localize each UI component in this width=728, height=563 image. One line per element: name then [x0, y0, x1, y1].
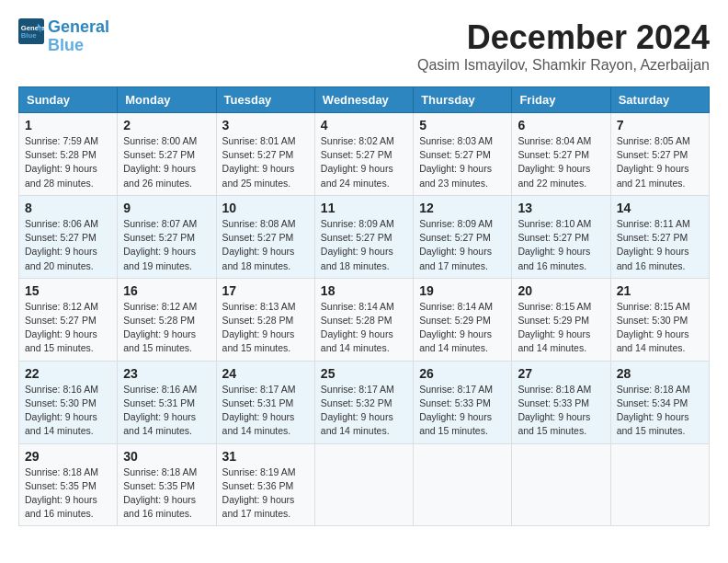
- daylight-label: Daylight: 9 hours and 16 minutes.: [25, 494, 97, 519]
- title-section: December 2024 Qasim Ismayilov, Shamkir R…: [417, 18, 710, 74]
- sunset-label: Sunset: 5:28 PM: [123, 315, 195, 326]
- sunset-label: Sunset: 5:27 PM: [419, 149, 491, 160]
- sunrise-label: Sunrise: 8:13 AM: [222, 301, 296, 312]
- daylight-label: Daylight: 9 hours and 17 minutes.: [419, 246, 492, 270]
- sunrise-label: Sunrise: 8:06 AM: [25, 218, 98, 229]
- table-cell: 24 Sunrise: 8:17 AM Sunset: 5:31 PM Dayl…: [216, 361, 314, 443]
- table-cell: 10 Sunrise: 8:08 AM Sunset: 5:27 PM Dayl…: [216, 195, 314, 278]
- day-info: Sunrise: 8:10 AM Sunset: 5:27 PM Dayligh…: [518, 217, 604, 273]
- sunset-label: Sunset: 5:33 PM: [518, 397, 589, 408]
- day-info: Sunrise: 8:11 AM Sunset: 5:27 PM Dayligh…: [617, 217, 703, 273]
- sunrise-label: Sunrise: 8:18 AM: [25, 466, 98, 477]
- table-cell: 17 Sunrise: 8:13 AM Sunset: 5:28 PM Dayl…: [216, 278, 314, 361]
- sunset-label: Sunset: 5:27 PM: [617, 232, 688, 243]
- table-cell: 18 Sunrise: 8:14 AM Sunset: 5:28 PM Dayl…: [314, 278, 413, 361]
- col-tuesday: Tuesday: [216, 87, 314, 113]
- day-number: 26: [419, 366, 506, 381]
- day-info: Sunrise: 8:18 AM Sunset: 5:34 PM Dayligh…: [617, 383, 703, 439]
- day-info: Sunrise: 8:17 AM Sunset: 5:31 PM Dayligh…: [222, 383, 309, 439]
- table-cell: [414, 443, 512, 526]
- sunset-label: Sunset: 5:28 PM: [222, 315, 294, 326]
- table-cell: 7 Sunrise: 8:05 AM Sunset: 5:27 PM Dayli…: [610, 113, 709, 196]
- main-title: December 2024: [417, 18, 710, 57]
- sunrise-label: Sunrise: 8:18 AM: [123, 466, 197, 477]
- sunrise-label: Sunrise: 8:02 AM: [321, 135, 394, 146]
- day-number: 7: [617, 118, 703, 132]
- daylight-label: Daylight: 9 hours and 22 minutes.: [518, 163, 590, 188]
- sunrise-label: Sunrise: 8:18 AM: [617, 384, 690, 395]
- sunset-label: Sunset: 5:35 PM: [123, 480, 195, 491]
- day-number: 29: [25, 449, 111, 464]
- day-number: 3: [222, 118, 309, 132]
- table-cell: 26 Sunrise: 8:17 AM Sunset: 5:33 PM Dayl…: [414, 361, 512, 443]
- col-monday: Monday: [118, 87, 216, 113]
- daylight-label: Daylight: 9 hours and 21 minutes.: [617, 163, 689, 188]
- day-info: Sunrise: 8:02 AM Sunset: 5:27 PM Dayligh…: [321, 134, 407, 190]
- sunset-label: Sunset: 5:27 PM: [518, 149, 589, 160]
- sunrise-label: Sunrise: 8:14 AM: [321, 301, 394, 312]
- table-cell: 12 Sunrise: 8:09 AM Sunset: 5:27 PM Dayl…: [414, 195, 512, 278]
- daylight-label: Daylight: 9 hours and 26 minutes.: [123, 163, 196, 188]
- day-number: 2: [123, 118, 210, 132]
- day-number: 19: [419, 283, 506, 298]
- day-number: 12: [419, 201, 506, 215]
- table-cell: 30 Sunrise: 8:18 AM Sunset: 5:35 PM Dayl…: [118, 443, 216, 526]
- day-number: 15: [25, 283, 111, 298]
- sunset-label: Sunset: 5:36 PM: [222, 480, 294, 491]
- sunset-label: Sunset: 5:33 PM: [419, 397, 491, 408]
- day-info: Sunrise: 8:18 AM Sunset: 5:35 PM Dayligh…: [123, 465, 210, 522]
- sunrise-label: Sunrise: 8:05 AM: [617, 135, 690, 146]
- day-number: 8: [25, 201, 111, 215]
- sunset-label: Sunset: 5:28 PM: [25, 149, 97, 160]
- day-number: 14: [617, 201, 703, 215]
- svg-text:Blue: Blue: [21, 31, 37, 40]
- day-number: 17: [222, 283, 309, 298]
- sunset-label: Sunset: 5:27 PM: [25, 315, 97, 326]
- table-cell: 3 Sunrise: 8:01 AM Sunset: 5:27 PM Dayli…: [216, 113, 314, 196]
- daylight-label: Daylight: 9 hours and 16 minutes.: [123, 494, 196, 519]
- table-cell: 13 Sunrise: 8:10 AM Sunset: 5:27 PM Dayl…: [512, 195, 610, 278]
- table-cell: 21 Sunrise: 8:15 AM Sunset: 5:30 PM Dayl…: [610, 278, 709, 361]
- sunrise-label: Sunrise: 8:15 AM: [518, 301, 591, 312]
- table-cell: 27 Sunrise: 8:18 AM Sunset: 5:33 PM Dayl…: [512, 361, 610, 443]
- table-cell: 1 Sunrise: 7:59 AM Sunset: 5:28 PM Dayli…: [19, 113, 118, 196]
- daylight-label: Daylight: 9 hours and 14 minutes.: [25, 411, 97, 436]
- day-number: 23: [123, 366, 210, 381]
- daylight-label: Daylight: 9 hours and 15 minutes.: [25, 328, 97, 353]
- sunrise-label: Sunrise: 8:16 AM: [123, 384, 197, 395]
- day-number: 28: [617, 366, 703, 381]
- day-info: Sunrise: 8:15 AM Sunset: 5:30 PM Dayligh…: [617, 300, 703, 356]
- daylight-label: Daylight: 9 hours and 14 minutes.: [321, 328, 393, 353]
- sunrise-label: Sunrise: 8:04 AM: [518, 135, 591, 146]
- sunrise-label: Sunrise: 8:03 AM: [419, 135, 493, 146]
- table-cell: 23 Sunrise: 8:16 AM Sunset: 5:31 PM Dayl…: [118, 361, 216, 443]
- daylight-label: Daylight: 9 hours and 14 minutes.: [321, 411, 393, 436]
- table-cell: 6 Sunrise: 8:04 AM Sunset: 5:27 PM Dayli…: [512, 113, 610, 196]
- col-friday: Friday: [512, 87, 610, 113]
- day-info: Sunrise: 8:17 AM Sunset: 5:33 PM Dayligh…: [419, 383, 506, 439]
- sunrise-label: Sunrise: 8:12 AM: [25, 301, 98, 312]
- table-cell: [512, 443, 610, 526]
- table-cell: 2 Sunrise: 8:00 AM Sunset: 5:27 PM Dayli…: [118, 113, 216, 196]
- sunset-label: Sunset: 5:31 PM: [123, 397, 195, 408]
- day-number: 31: [222, 449, 309, 464]
- sunset-label: Sunset: 5:29 PM: [419, 315, 491, 326]
- day-info: Sunrise: 7:59 AM Sunset: 5:28 PM Dayligh…: [25, 134, 111, 190]
- day-info: Sunrise: 8:01 AM Sunset: 5:27 PM Dayligh…: [222, 134, 309, 190]
- table-cell: [610, 443, 709, 526]
- daylight-label: Daylight: 9 hours and 14 minutes.: [518, 328, 590, 353]
- table-cell: 16 Sunrise: 8:12 AM Sunset: 5:28 PM Dayl…: [118, 278, 216, 361]
- sunrise-label: Sunrise: 8:00 AM: [123, 135, 197, 146]
- day-info: Sunrise: 8:17 AM Sunset: 5:32 PM Dayligh…: [321, 383, 407, 439]
- table-cell: 15 Sunrise: 8:12 AM Sunset: 5:27 PM Dayl…: [19, 278, 118, 361]
- day-number: 4: [321, 118, 407, 132]
- sunset-label: Sunset: 5:31 PM: [222, 397, 294, 408]
- sunset-label: Sunset: 5:27 PM: [321, 232, 392, 243]
- daylight-label: Daylight: 9 hours and 14 minutes.: [419, 328, 492, 353]
- day-info: Sunrise: 8:15 AM Sunset: 5:29 PM Dayligh…: [518, 300, 604, 356]
- table-cell: 29 Sunrise: 8:18 AM Sunset: 5:35 PM Dayl…: [19, 443, 118, 526]
- daylight-label: Daylight: 9 hours and 18 minutes.: [222, 246, 295, 270]
- sunset-label: Sunset: 5:35 PM: [25, 480, 97, 491]
- day-number: 21: [617, 283, 703, 298]
- daylight-label: Daylight: 9 hours and 20 minutes.: [25, 246, 97, 270]
